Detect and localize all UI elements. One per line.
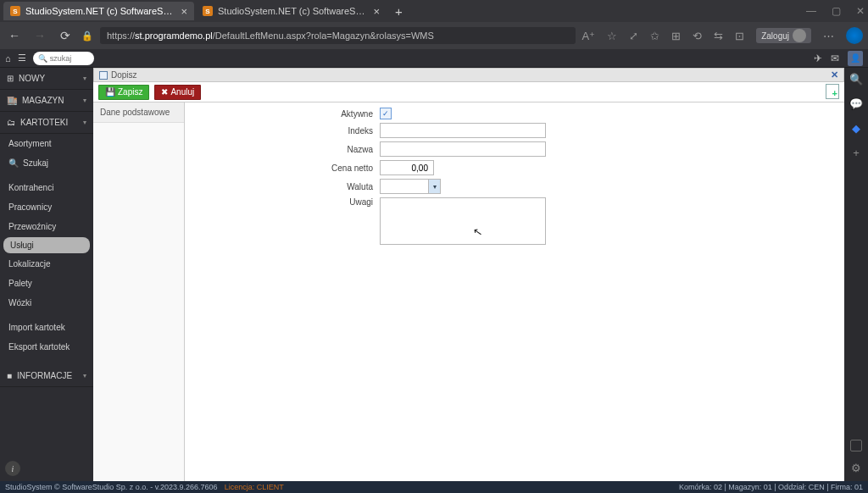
sidebar-item-import-kartotek[interactable]: Import kartotek	[0, 318, 93, 337]
forward-button[interactable]: →	[31, 29, 49, 42]
label-aktywne: Aktywne	[195, 109, 380, 119]
item-label: Kontrahenci	[8, 183, 53, 192]
textarea-uwagi[interactable]	[380, 197, 546, 245]
browser-tab-active[interactable]: S StudioSystem.NET (c) SoftwareS… ×	[3, 2, 194, 20]
minimize-icon[interactable]: —	[806, 5, 816, 17]
collections-icon[interactable]: ⊞	[671, 30, 681, 42]
maximize-icon[interactable]: ▢	[832, 5, 841, 17]
bing-icon[interactable]	[846, 27, 863, 44]
folder-icon: 🗂	[7, 118, 15, 127]
sync-icon[interactable]: ⇆	[714, 30, 723, 42]
login-label: Zaloguj	[761, 31, 789, 41]
favorites-icon[interactable]: ✩	[650, 30, 659, 42]
sidebar-item-kontrahenci[interactable]: Kontrahenci	[0, 178, 93, 197]
form-fields: Aktywne ✓ Indeks Nazwa Cena netto Waluta	[185, 102, 844, 481]
back-button[interactable]: ←	[5, 29, 24, 42]
star-icon[interactable]: ☆	[607, 30, 617, 42]
close-icon[interactable]: ×	[181, 5, 187, 18]
input-nazwa[interactable]	[380, 141, 546, 157]
input-cena-netto[interactable]	[380, 160, 434, 175]
new-tab-button[interactable]: +	[388, 4, 409, 19]
user-avatar[interactable]: 👤	[848, 51, 863, 66]
sidebar-item-palety[interactable]: Palety	[0, 274, 93, 293]
item-label: Pracownicy	[8, 202, 52, 212]
history-icon[interactable]: ⟲	[693, 30, 702, 42]
search-input[interactable]	[50, 54, 91, 63]
tab-title: StudioSystem.NET (c) SoftwareS…	[218, 6, 364, 16]
close-icon[interactable]: ×	[373, 5, 380, 18]
menu-icon[interactable]: ☰	[18, 53, 26, 64]
sidebar-item-wozki[interactable]: Wózki	[0, 293, 93, 313]
chevron-down-icon: ▾	[83, 119, 86, 126]
footer-licence: Licencja: CLIENT	[225, 483, 284, 491]
sidebar-item-pracownicy[interactable]: Pracownicy	[0, 197, 93, 217]
sidebar-item-eksport-kartotek[interactable]: Eksport kartotek	[0, 337, 93, 357]
tab-favicon: S	[10, 6, 20, 16]
chevron-down-icon: ▾	[428, 180, 440, 193]
plane-icon[interactable]: ✈	[814, 53, 822, 64]
panel-icon[interactable]	[850, 440, 862, 451]
panel-title: Dopisz	[111, 70, 137, 80]
sidebar-item-przewoznicy[interactable]: Przewoźnicy	[0, 217, 93, 236]
tab-title: StudioSystem.NET (c) SoftwareS…	[25, 6, 172, 16]
footer: StudioSystem © SoftwareStudio Sp. z o.o.…	[0, 481, 868, 493]
search-icon[interactable]: 🔍	[849, 73, 863, 86]
home-icon[interactable]: ⌂	[5, 53, 11, 64]
panel-close-icon[interactable]: ✕	[831, 69, 838, 80]
login-button[interactable]: Zaloguj	[756, 28, 811, 43]
label-nazwa: Nazwa	[195, 145, 380, 154]
apps-icon[interactable]: ◆	[852, 122, 860, 135]
chat-icon[interactable]: 💬	[849, 97, 863, 110]
cancel-button[interactable]: ✖ Anuluj	[154, 85, 201, 100]
sidebar-section-nowy[interactable]: ⊞ NOWY ▾	[0, 68, 93, 90]
checkbox-aktywne[interactable]: ✓	[380, 108, 392, 119]
select-waluta[interactable]: ▾	[380, 179, 441, 194]
item-label: Palety	[8, 279, 32, 288]
sidebar-item-uslugi[interactable]: Usługi	[3, 237, 90, 253]
app-top-bar: ⌂ ☰ 🔍 ✈ ✉ 👤	[0, 49, 868, 68]
sidebar-section-kartoteki[interactable]: 🗂 KARTOTEKI ▾	[0, 112, 93, 134]
browser-tab-inactive[interactable]: S StudioSystem.NET (c) SoftwareS… ×	[196, 2, 387, 20]
more-icon[interactable]: ⋯	[823, 30, 834, 42]
add-icon[interactable]: +	[853, 147, 860, 159]
url-host: st.programdemo.pl	[135, 30, 213, 41]
refresh-button[interactable]: ⟳	[56, 29, 75, 42]
read-aloud-icon[interactable]: A⁺	[582, 30, 596, 42]
save-button[interactable]: 💾 Zapisz	[98, 85, 149, 100]
new-record-button[interactable]	[826, 84, 839, 99]
url-prefix: https://	[107, 30, 135, 41]
chevron-down-icon: ▾	[83, 75, 86, 82]
sidebar-item-szukaj[interactable]: 🔍 Szukaj	[0, 153, 93, 173]
form-area: Dane podstawowe Aktywne ✓ Indeks Nazwa	[93, 102, 844, 481]
sidebar: ⊞ NOWY ▾ 🏬 MAGAZYN ▾ 🗂 KARTOTEKI ▾ Asort…	[0, 68, 93, 481]
toolbar: 💾 Zapisz ✖ Anuluj	[93, 82, 844, 102]
item-label: Eksport kartotek	[8, 342, 70, 352]
app-search[interactable]: 🔍	[33, 52, 94, 65]
close-window-icon[interactable]: ✕	[856, 5, 865, 17]
panel-doc-icon	[99, 71, 108, 80]
address-bar[interactable]: https://st.programdemo.pl/DefaultLeftMen…	[100, 27, 576, 44]
translate-icon[interactable]: ⤢	[629, 30, 638, 42]
label-cena-netto: Cena netto	[195, 163, 380, 173]
chevron-down-icon: ▾	[83, 372, 86, 379]
label-waluta: Waluta	[195, 182, 380, 191]
settings-icon[interactable]: ⚙	[851, 462, 861, 474]
content-area: Dopisz ✕ 💾 Zapisz ✖ Anuluj Dane podstawo…	[93, 68, 844, 481]
browser-action-icons: A⁺ ☆ ⤢ ✩ ⊞ ⟲ ⇆ ⊡ Zaloguj ⋯	[582, 27, 863, 44]
info-icon[interactable]: i	[5, 461, 20, 476]
sidebar-section-magazyn[interactable]: 🏬 MAGAZYN ▾	[0, 90, 93, 112]
mail-icon[interactable]: ✉	[831, 53, 839, 64]
section-label: KARTOTEKI	[20, 118, 68, 127]
sidebar-item-asortyment[interactable]: Asortyment	[0, 134, 93, 153]
right-rail: 🔍 💬 ◆ + ⚙	[844, 68, 868, 481]
input-indeks[interactable]	[380, 123, 546, 138]
save-label: Zapisz	[118, 87, 142, 97]
cancel-icon: ✖	[161, 87, 168, 97]
item-label: Szukaj	[23, 158, 48, 168]
tab-dane-podstawowe[interactable]: Dane podstawowe	[93, 102, 184, 123]
window-controls: — ▢ ✕	[806, 5, 865, 17]
item-label: Lokalizacje	[8, 259, 50, 269]
sidebar-section-informacje[interactable]: ■ INFORMACJE ▾	[0, 365, 93, 387]
extensions-icon[interactable]: ⊡	[735, 30, 744, 42]
sidebar-item-lokalizacje[interactable]: Lokalizacje	[0, 254, 93, 274]
